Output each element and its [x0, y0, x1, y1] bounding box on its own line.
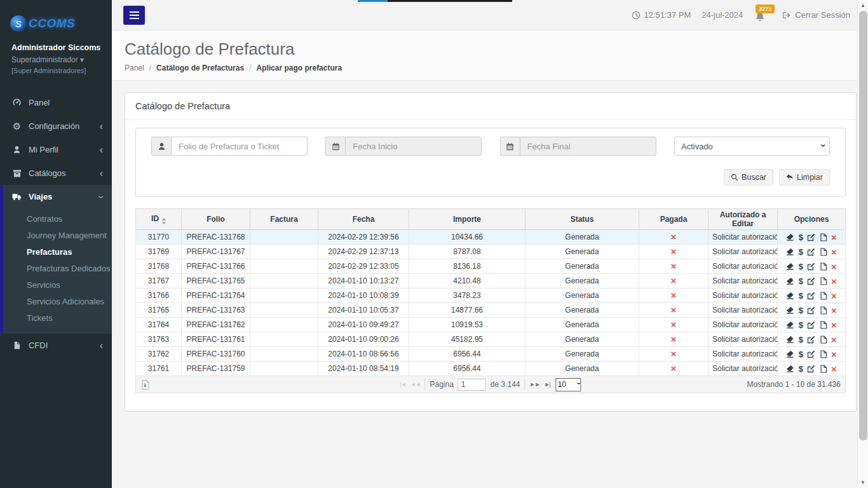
pdf-icon[interactable] [820, 233, 827, 241]
breadcrumb-catalogo-prefacturas[interactable]: Catálogo de Prefacturas [156, 64, 244, 72]
pdf-icon[interactable] [820, 292, 827, 300]
table-row[interactable]: 31765 PREFAC-131763 2024-01-10 10:05:37 … [136, 303, 846, 318]
delete-icon[interactable]: × [831, 247, 837, 257]
folio-input[interactable] [171, 137, 308, 156]
edit-icon[interactable] [807, 277, 815, 285]
pdf-icon[interactable] [820, 262, 827, 271]
sidebar-item-viajes[interactable]: Viajes ‹ [3, 185, 112, 208]
pdf-icon[interactable] [820, 365, 827, 373]
table-row[interactable]: 31768 PREFAC-131766 2024-02-29 12:33:05 … [136, 259, 846, 274]
scrollbar-thumb[interactable] [859, 11, 867, 440]
table-row[interactable]: 31769 PREFAC-131767 2024-02-29 12:37:13 … [136, 245, 846, 259]
sidebar-item-prefacturas-dedicados[interactable]: Prefacturas Dedicados [3, 260, 112, 276]
delete-icon[interactable]: × [831, 232, 837, 243]
breadcrumb-panel[interactable]: Panel [125, 64, 144, 72]
pager-last-button[interactable]: ►| [544, 381, 550, 388]
estado-select[interactable]: Activado [674, 137, 830, 156]
eraser-icon[interactable] [786, 336, 794, 344]
payment-dollar-icon[interactable]: $ [799, 364, 803, 374]
payment-dollar-icon[interactable]: $ [799, 291, 803, 301]
table-row[interactable]: 31761 PREFAC-131759 2024-01-10 08:54:19 … [136, 362, 846, 376]
sidebar-item-panel[interactable]: Panel [0, 91, 112, 114]
solicitar-autorizacion-link[interactable]: Solicitar autorización [709, 303, 778, 318]
payment-dollar-icon[interactable]: $ [799, 233, 803, 242]
edit-icon[interactable] [807, 233, 815, 241]
payment-dollar-icon[interactable]: $ [799, 349, 803, 359]
eraser-icon[interactable] [786, 306, 794, 315]
delete-icon[interactable]: × [831, 363, 837, 374]
table-row[interactable]: 31766 PREFAC-131764 2024-01-10 10:08:39 … [136, 288, 846, 303]
sidebar-item-mi-perfil[interactable]: Mi Perfil ‹ [0, 138, 112, 161]
sidebar-item-journey-management[interactable]: Journey Management [3, 227, 112, 243]
delete-icon[interactable]: × [831, 320, 837, 330]
pdf-icon[interactable] [820, 336, 827, 344]
eraser-icon[interactable] [786, 277, 794, 285]
eraser-icon[interactable] [786, 248, 794, 256]
edit-icon[interactable] [807, 365, 815, 373]
sidebar-item-catalogos[interactable]: Catálogos ‹ [0, 161, 112, 185]
table-row[interactable]: 31767 PREFAC-131765 2024-01-10 10:13:27 … [136, 274, 846, 288]
solicitar-autorizacion-link[interactable]: Solicitar autorización [709, 230, 778, 245]
table-row[interactable]: 31770 PREFAC-131768 2024-02-29 12:39:56 … [136, 230, 846, 245]
scroll-down-button[interactable]: ▼ [858, 477, 868, 488]
table-row[interactable]: 31763 PREFAC-131761 2024-01-10 09:00:26 … [136, 332, 846, 347]
payment-dollar-icon[interactable]: $ [799, 320, 803, 330]
sidebar-toggle-button[interactable] [123, 6, 145, 25]
sidebar-item-servicios-adicionales[interactable]: Servicios Adicionales [3, 293, 112, 309]
delete-icon[interactable]: × [831, 261, 837, 272]
delete-icon[interactable]: × [831, 276, 837, 287]
pdf-icon[interactable] [820, 321, 827, 329]
solicitar-autorizacion-link[interactable]: Solicitar autorización [709, 332, 778, 347]
table-row[interactable]: 31762 PREFAC-131760 2024-01-10 08:56:56 … [136, 347, 846, 362]
scroll-up-button[interactable]: ▲ [858, 0, 868, 11]
eraser-icon[interactable] [786, 233, 794, 241]
eraser-icon[interactable] [786, 262, 794, 271]
app-logo[interactable]: S CCOMS [0, 0, 112, 32]
sidebar-item-tickets[interactable]: Tickets [3, 309, 112, 326]
eraser-icon[interactable] [786, 292, 794, 300]
page-number-input[interactable] [458, 379, 486, 391]
edit-icon[interactable] [807, 350, 815, 358]
solicitar-autorizacion-link[interactable]: Solicitar autorización [709, 259, 778, 274]
pdf-icon[interactable] [820, 350, 827, 358]
sidebar-item-configuracion[interactable]: ⚙ Configuración ‹ [0, 114, 112, 138]
solicitar-autorizacion-link[interactable]: Solicitar autorización [709, 318, 778, 332]
pdf-icon[interactable] [820, 306, 827, 315]
eraser-icon[interactable] [786, 321, 794, 329]
pdf-icon[interactable] [820, 248, 827, 256]
logout-button[interactable]: Cerrar Sessión [782, 10, 850, 20]
solicitar-autorizacion-link[interactable]: Solicitar autorización [709, 347, 778, 362]
eraser-icon[interactable] [786, 365, 794, 373]
edit-icon[interactable] [807, 321, 815, 329]
column-header-id[interactable]: ID [136, 209, 182, 230]
sidebar-item-prefacturas[interactable]: Prefacturas [3, 243, 112, 260]
limpiar-button[interactable]: Limpiar [779, 169, 830, 186]
sidebar-item-servicios[interactable]: Servicios [3, 276, 112, 293]
table-row[interactable]: 31764 PREFAC-131762 2024-01-10 09:49:27 … [136, 318, 846, 332]
edit-icon[interactable] [807, 336, 815, 344]
delete-icon[interactable]: × [831, 334, 837, 345]
pdf-icon[interactable] [820, 277, 827, 285]
buscar-button[interactable]: Buscar [724, 169, 773, 186]
solicitar-autorizacion-link[interactable]: Solicitar autorización [709, 245, 778, 259]
payment-dollar-icon[interactable]: $ [799, 276, 803, 286]
payment-dollar-icon[interactable]: $ [799, 247, 803, 257]
solicitar-autorizacion-link[interactable]: Solicitar autorización [709, 288, 778, 303]
payment-dollar-icon[interactable]: $ [799, 335, 803, 344]
delete-icon[interactable]: × [831, 305, 837, 316]
payment-dollar-icon[interactable]: $ [799, 262, 803, 271]
delete-icon[interactable]: × [831, 290, 837, 301]
pager-next-button[interactable]: ►► [530, 381, 540, 388]
fecha-inicio-input[interactable] [345, 137, 482, 156]
payment-dollar-icon[interactable]: $ [799, 306, 803, 315]
user-role-dropdown[interactable]: Superadministrador ▾ [11, 54, 107, 65]
edit-icon[interactable] [807, 292, 815, 300]
fecha-final-input[interactable] [520, 137, 656, 156]
delete-icon[interactable]: × [831, 349, 837, 360]
export-excel-button[interactable]: x̄ [140, 379, 151, 390]
solicitar-autorizacion-link[interactable]: Solicitar autorización [709, 362, 778, 376]
sidebar-item-contratos[interactable]: Contratos [3, 210, 112, 227]
edit-icon[interactable] [807, 262, 815, 271]
page-size-select[interactable]: 10 [556, 378, 581, 391]
notifications-button[interactable]: 3271 [755, 11, 765, 22]
